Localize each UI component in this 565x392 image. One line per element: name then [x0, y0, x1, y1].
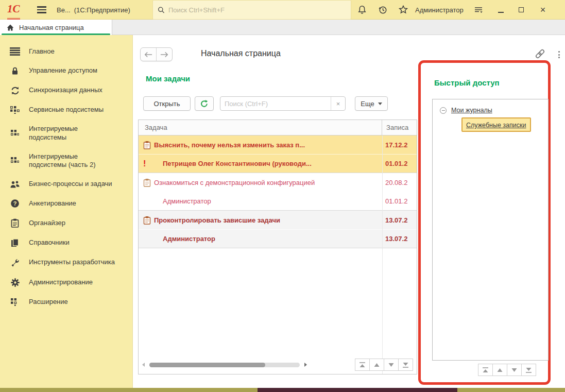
- annotation-highlight-box: Быстрый доступ Мои журналы Служебные зап…: [418, 60, 551, 385]
- tasks-table: Задача Записа Выяснить, почему нельзя из…: [138, 120, 417, 374]
- scrollbar-thumb[interactable]: [149, 363, 265, 367]
- column-task[interactable]: Задача: [139, 124, 382, 131]
- task-executor-row[interactable]: Администратор 13.07.2: [139, 229, 417, 248]
- task-row[interactable]: Выяснить, почему нельзя изменить заказ п…: [139, 135, 417, 154]
- sidebar-item-business-processes[interactable]: Бизнес-процессы и задачи: [0, 175, 132, 194]
- question-circle-icon: ?: [9, 199, 21, 208]
- refresh-icon: [200, 99, 209, 108]
- wrench-icon: [9, 258, 21, 267]
- svg-text:?: ?: [13, 200, 17, 207]
- task-executor-row[interactable]: ! Петрищев Олег Константинович (руководи…: [139, 154, 417, 173]
- tasks-toolbar: Открыть × Еще: [143, 96, 388, 111]
- sidebar-item-service-subsystems[interactable]: Сервисные подсистемы: [0, 100, 132, 120]
- task-row[interactable]: Проконтролировать зависшие задачи 13.07.…: [139, 211, 417, 229]
- sidebar-item-surveys[interactable]: ? Анкетирование: [0, 194, 132, 213]
- forward-button[interactable]: [157, 48, 173, 61]
- collapse-toggle-icon[interactable]: [440, 107, 447, 114]
- sidebar-item-extension[interactable]: Расширение: [0, 293, 132, 312]
- search-icon: [157, 6, 165, 14]
- modules-icon: [9, 130, 21, 137]
- tasks-heading: Мои задачи: [146, 74, 190, 83]
- taskbar-edge-strip: [0, 388, 565, 392]
- open-button[interactable]: Открыть: [143, 96, 191, 111]
- tree-item-service-notes[interactable]: Служебные записки: [461, 117, 531, 132]
- global-search-input[interactable]: [168, 6, 347, 14]
- go-last-button[interactable]: [521, 364, 536, 376]
- clipboard-task-icon: [139, 178, 154, 187]
- app-name: (1С:Предприятие): [74, 6, 130, 14]
- title-bar: 1С Ве... (1С:Предприятие) Администратор: [0, 0, 565, 20]
- tab-home-page[interactable]: Начальная страница: [0, 20, 112, 35]
- refresh-button[interactable]: [195, 96, 214, 111]
- table-header: Задача Записа: [139, 120, 417, 135]
- sidebar-item-developer-tools[interactable]: Инструменты разработчика: [0, 252, 132, 272]
- gear-icon: [9, 278, 21, 287]
- quick-access-heading: Быстрый доступ: [434, 78, 500, 87]
- page-title: Начальная страница: [201, 49, 281, 58]
- window-title: Ве... (1С:Предприятие): [57, 0, 130, 20]
- go-up-button[interactable]: [492, 364, 507, 376]
- sidebar-item-integrated-subsystems-2[interactable]: Интегрируемые подсистемы (часть 2): [0, 147, 132, 175]
- back-button[interactable]: [141, 48, 157, 61]
- column-recorded[interactable]: Записа: [382, 120, 417, 135]
- go-first-button[interactable]: [478, 364, 493, 376]
- more-menu-icon[interactable]: [555, 49, 563, 60]
- infobase-name: Ве...: [57, 6, 71, 14]
- minimize-button[interactable]: [494, 0, 507, 20]
- clipboard-icon: [9, 218, 21, 228]
- horizontal-scrollbar[interactable]: [149, 363, 300, 367]
- task-executor-row[interactable]: Администратор 01.01.2: [139, 192, 417, 210]
- maximize-button[interactable]: [515, 0, 527, 20]
- sections-panel: Главное Управление доступом Синхронизаци…: [0, 35, 133, 388]
- clear-search-button[interactable]: ×: [331, 97, 345, 110]
- task-group: Ознакомиться с демонстрационной конфигур…: [139, 173, 417, 211]
- sidebar-item-administration[interactable]: Администрирование: [0, 272, 132, 293]
- clipboard-task-icon: [139, 216, 154, 225]
- modules-icon: [9, 157, 21, 164]
- tab-label: Начальная страница: [19, 24, 84, 31]
- task-group: Выяснить, почему нельзя изменить заказ п…: [139, 135, 417, 173]
- hamburger-menu-icon[interactable]: [37, 0, 46, 20]
- sidebar-item-organizer[interactable]: Органайзер: [0, 213, 132, 233]
- task-row[interactable]: Ознакомиться с демонстрационной конфигур…: [139, 173, 417, 192]
- one-c-logo: 1С: [7, 0, 20, 20]
- scroll-right-arrow[interactable]: [304, 363, 307, 367]
- task-group: Проконтролировать зависшие задачи 13.07.…: [139, 211, 417, 248]
- modules-icon: [9, 298, 21, 306]
- favorites-star-icon[interactable]: [397, 0, 410, 20]
- sidebar-item-catalogs[interactable]: Справочники: [0, 233, 132, 252]
- exclamation-icon: !: [139, 159, 154, 168]
- table-scroll-row: [142, 358, 413, 371]
- global-search-box[interactable]: [152, 0, 351, 20]
- history-icon[interactable]: [376, 0, 389, 20]
- go-down-button[interactable]: [507, 364, 522, 376]
- close-button[interactable]: ×: [537, 0, 549, 20]
- service-menu-icon[interactable]: [472, 0, 485, 20]
- tasks-search-box[interactable]: ×: [220, 96, 346, 111]
- table-nav-buttons: [355, 359, 413, 371]
- go-up-button[interactable]: [369, 359, 384, 371]
- clipboard-task-icon: [139, 141, 154, 149]
- tree-item-my-journals[interactable]: Мои журналы: [440, 107, 548, 114]
- scroll-left-arrow[interactable]: [142, 363, 145, 367]
- user-name[interactable]: Администратор: [415, 0, 464, 20]
- menu-lines-icon: [9, 47, 21, 56]
- go-first-button[interactable]: [355, 359, 370, 371]
- quick-access-nav-buttons: [478, 364, 536, 376]
- copy-link-icon[interactable]: [535, 48, 545, 61]
- column-divider: [382, 120, 383, 374]
- go-down-button[interactable]: [384, 359, 399, 371]
- home-icon: [6, 24, 14, 31]
- squares-grid-icon: [9, 106, 21, 114]
- books-icon: [9, 238, 21, 247]
- sidebar-item-main[interactable]: Главное: [0, 42, 132, 61]
- main-content: Начальная страница Мои задачи Открыть × …: [133, 35, 565, 388]
- go-last-button[interactable]: [398, 359, 413, 371]
- sidebar-item-integrated-subsystems[interactable]: Интегрируемые подсистемы: [0, 120, 132, 147]
- more-button[interactable]: Еще: [355, 96, 388, 111]
- sidebar-item-access-control[interactable]: Управление доступом: [0, 61, 132, 81]
- tasks-search-input[interactable]: [220, 100, 331, 108]
- sidebar-item-data-sync[interactable]: Синхронизация данных: [0, 81, 132, 100]
- lock-icon: [9, 66, 21, 76]
- notifications-bell-icon[interactable]: [355, 0, 369, 20]
